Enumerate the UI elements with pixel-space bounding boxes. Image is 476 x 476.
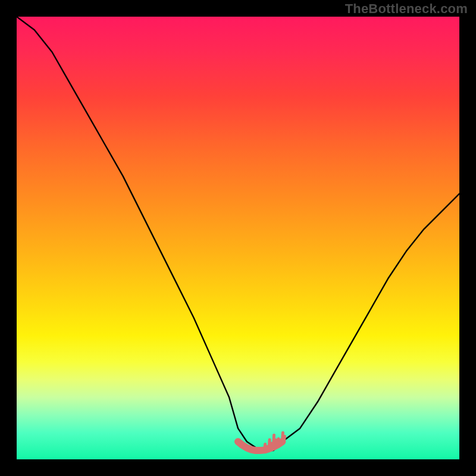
watermark-text: TheBottleneck.com	[345, 1, 468, 17]
chart-frame: TheBottleneck.com	[0, 0, 476, 476]
highlight-segment	[238, 433, 284, 450]
plot-area	[17, 17, 459, 459]
chart-svg	[17, 17, 459, 459]
curve-line	[17, 17, 459, 450]
